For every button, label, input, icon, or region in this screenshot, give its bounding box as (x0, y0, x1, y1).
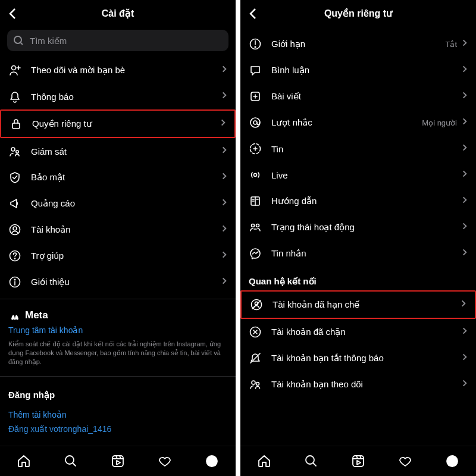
menu-item-label: Lượt nhắc (271, 117, 422, 128)
menu-item-label: Tin nhắn (271, 248, 461, 259)
meta-section: MetaTrung tâm tài khoảnKiểm soát chế độ … (0, 303, 236, 372)
tab-profile[interactable] (444, 453, 460, 469)
chevron-right-icon (461, 353, 469, 364)
chevron-right-icon (220, 198, 228, 209)
search-icon (13, 35, 24, 46)
menu-item-value: Mọi người (422, 118, 457, 127)
menu-item-limits[interactable]: Giới hạnTắt (240, 31, 476, 57)
live-icon (248, 167, 263, 183)
menu-item-supervise[interactable]: Giám sát (0, 138, 236, 164)
tab-reels[interactable] (110, 453, 126, 469)
tab-search[interactable] (303, 453, 319, 469)
menu-item-comment[interactable]: Bình luận (240, 57, 476, 83)
menu-item-label: Bảo mật (31, 172, 220, 183)
menu-item-value: Tắt (445, 40, 457, 49)
menu-item-label: Quyền riêng tư (32, 118, 219, 129)
chevron-right-icon (461, 117, 469, 128)
meta-logo: Meta (8, 309, 227, 322)
connections-heading: Quan hệ kết nối (240, 267, 476, 290)
menu-item-account[interactable]: Tài khoản (0, 217, 236, 243)
menu-item-bell[interactable]: Thông báo (0, 83, 236, 109)
tab-home[interactable] (16, 453, 32, 469)
chevron-right-icon (220, 277, 228, 287)
tab-bar (0, 446, 236, 476)
page-title: Cài đặt (102, 8, 134, 19)
page-title: Quyền riêng tư (324, 8, 392, 19)
accounts-center-link[interactable]: Trung tâm tài khoản (8, 325, 227, 335)
meta-description: Kiểm soát chế độ cài đặt khi kết nối các… (8, 340, 227, 367)
shield-icon (7, 170, 23, 185)
menu-item-label: Quảng cáo (31, 198, 220, 209)
activity-icon (248, 220, 263, 235)
logout-link[interactable]: Đăng xuất votronghai_1416 (8, 424, 227, 434)
chevron-right-icon (220, 91, 228, 102)
restricted-icon (249, 297, 264, 312)
menu-item-story[interactable]: Tin (240, 136, 476, 162)
account-icon (7, 222, 23, 237)
menu-item-label: Tài khoản bạn theo dõi (271, 379, 461, 390)
info-icon (7, 274, 23, 290)
settings-list: Theo dõi và mời bạn bèThông báoQuyền riê… (0, 57, 236, 476)
menu-item-ads[interactable]: Quảng cáo (0, 190, 236, 217)
search-bar[interactable] (7, 30, 228, 51)
tab-reels[interactable] (350, 453, 366, 469)
chevron-right-icon (461, 248, 469, 259)
login-heading: Đăng nhập (0, 380, 236, 404)
menu-item-label: Live (271, 170, 461, 180)
menu-item-post[interactable]: Bài viết (240, 83, 476, 109)
menu-item-mention[interactable]: Lượt nhắcMọi người (240, 109, 476, 136)
follow-icon (7, 62, 23, 78)
menu-item-guides[interactable]: Hướng dẫn (240, 188, 476, 214)
limits-icon (248, 36, 263, 52)
menu-item-label: Bình luận (271, 65, 461, 76)
menu-item-blocked[interactable]: Tài khoản đã chặn (240, 319, 476, 345)
menu-item-label: Thông báo (31, 92, 220, 102)
guides-icon (248, 193, 263, 209)
menu-item-following[interactable]: Tài khoản bạn theo dõi (240, 371, 476, 397)
menu-item-shield[interactable]: Bảo mật (0, 164, 236, 190)
header: Quyền riêng tư (240, 0, 476, 26)
chevron-right-icon (461, 65, 469, 76)
menu-item-follow[interactable]: Theo dõi và mời bạn bè (0, 57, 236, 83)
menu-item-label: Giới thiệu (31, 277, 220, 287)
tab-home[interactable] (256, 453, 272, 469)
chevron-right-icon (461, 379, 469, 390)
tab-bar (240, 446, 476, 476)
tab-search[interactable] (63, 453, 79, 469)
chevron-right-icon (461, 39, 469, 49)
chevron-right-icon (459, 299, 468, 310)
chevron-right-icon (461, 196, 469, 206)
search-input[interactable] (29, 35, 223, 46)
chevron-right-icon (461, 327, 469, 337)
menu-item-label: Bài viết (271, 91, 461, 102)
menu-item-live[interactable]: Live (240, 162, 476, 188)
back-button[interactable] (246, 0, 259, 26)
chevron-right-icon (461, 222, 469, 233)
chevron-right-icon (220, 146, 228, 156)
ads-icon (7, 196, 23, 211)
menu-item-muted[interactable]: Tài khoản bạn tắt thông báo (240, 345, 476, 371)
chevron-right-icon (220, 65, 228, 76)
chevron-right-icon (220, 172, 228, 183)
messenger-icon (248, 246, 263, 261)
tab-profile[interactable] (204, 453, 220, 469)
chevron-right-icon (461, 143, 469, 154)
supervise-icon (7, 143, 23, 159)
menu-item-lock[interactable]: Quyền riêng tư (0, 109, 236, 138)
menu-item-info[interactable]: Giới thiệu (0, 269, 236, 295)
chevron-right-icon (461, 91, 469, 102)
add-account-link[interactable]: Thêm tài khoản (8, 410, 227, 419)
bell-icon (7, 89, 23, 104)
tab-activity[interactable] (157, 453, 173, 469)
back-button[interactable] (6, 0, 19, 26)
chevron-right-icon (220, 250, 228, 261)
menu-item-messenger[interactable]: Tin nhắn (240, 240, 476, 267)
muted-icon (248, 350, 263, 366)
menu-item-help[interactable]: Trợ giúp (0, 243, 236, 269)
header: Cài đặt (0, 0, 236, 26)
menu-item-label: Tài khoản đã hạn chế (273, 299, 459, 310)
tab-activity[interactable] (397, 453, 413, 469)
menu-item-restricted[interactable]: Tài khoản đã hạn chế (240, 290, 476, 319)
menu-item-label: Theo dõi và mời bạn bè (31, 65, 220, 76)
menu-item-activity[interactable]: Trạng thái hoạt động (240, 214, 476, 240)
